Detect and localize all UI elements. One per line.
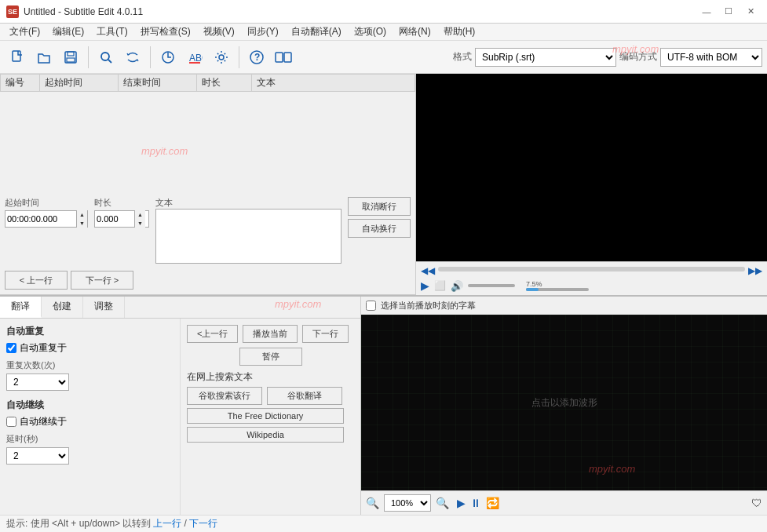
delay-select[interactable]: 2 3 5 — [6, 447, 69, 465]
hint-next-link[interactable]: 下一行 — [189, 518, 217, 529]
duration-up[interactable]: ▲ — [134, 210, 145, 219]
start-time-input[interactable] — [5, 214, 76, 224]
minimize-button[interactable]: — — [696, 4, 717, 20]
svg-point-9 — [219, 55, 224, 60]
free-dictionary-btn[interactable]: The Free Dictionary — [187, 408, 344, 424]
subtitle-table-container[interactable]: 编号 起始时间 结束时间 时长 文本 — [0, 74, 415, 192]
wikipedia-btn[interactable]: Wikipedia — [187, 427, 344, 443]
menu-spellcheck[interactable]: 拼写检查(S) — [134, 24, 197, 40]
menu-autotranslate[interactable]: 自动翻译(A) — [285, 24, 348, 40]
seek-left-icon[interactable]: ◀◀ — [421, 265, 435, 276]
help-button[interactable]: ? — [244, 45, 269, 70]
menu-file[interactable]: 文件(F) — [3, 24, 46, 40]
nav-buttons: < 上一行 下一行 > — [5, 271, 411, 290]
next-line-btn[interactable]: 下一行 > — [71, 271, 133, 290]
next-line-nav-btn[interactable]: 下一行 — [302, 325, 349, 343]
encoding-label: 编码方式 — [619, 50, 657, 64]
cancel-line-break-btn[interactable]: 取消断行 — [348, 197, 411, 216]
stop-button[interactable]: ⬜ — [434, 280, 446, 291]
close-button[interactable]: ✕ — [740, 4, 761, 20]
menu-options[interactable]: 选项(O) — [348, 24, 393, 40]
select-subtitle-checkbox[interactable] — [366, 301, 376, 311]
add-waveform-text[interactable]: 点击以添加波形 — [531, 396, 597, 410]
bottom-section: 翻译 创建 调整 自动重复 自动重复于 重复次数(次) 2 3 4 5 — [0, 295, 767, 515]
seek-bar[interactable] — [438, 267, 745, 271]
start-time-down[interactable]: ▼ — [76, 219, 87, 228]
zoom-in-btn[interactable]: 🔍 — [436, 497, 449, 509]
format-select[interactable]: SubRip (.srt)Advanced SubStation AlphaSu… — [475, 48, 616, 67]
auto-continue-checkbox[interactable] — [6, 417, 16, 427]
toolbar-sep-3 — [239, 46, 239, 68]
menu-help[interactable]: 帮助(H) — [437, 24, 482, 40]
seek-right-icon[interactable]: ▶▶ — [748, 265, 762, 276]
zoom-select[interactable]: 100% 50% 150% 200% — [384, 494, 431, 512]
open-button[interactable] — [31, 45, 57, 70]
translate-nav-area: <上一行 播放当前 下一行 暂停 在网上搜索文本 谷歌搜索该行 谷歌翻译 The… — [181, 319, 360, 515]
visual-sync-button[interactable] — [155, 45, 181, 70]
main-content: 编号 起始时间 结束时间 时长 文本 起始时间 — [0, 74, 767, 295]
video-controls: ◀◀ ▶▶ ▶ ⬜ 🔊 7.5% — [416, 261, 767, 295]
duration-spinbox[interactable]: ▲ ▼ — [94, 210, 149, 228]
tab-create[interactable]: 创建 — [42, 297, 83, 318]
subtitle-textarea[interactable] — [155, 209, 341, 264]
settings-button[interactable] — [209, 45, 234, 70]
pause-btn[interactable]: 暂停 — [239, 348, 302, 366]
duration-input[interactable] — [95, 214, 134, 224]
hint-text: 提示: 使用 <Alt + up/down> 以转到 — [6, 518, 151, 529]
dur-spin-btns: ▲ ▼ — [134, 210, 145, 228]
svg-line-5 — [108, 60, 111, 63]
hint-prev-link[interactable]: 上一行 — [153, 518, 181, 529]
split-button[interactable] — [271, 45, 296, 70]
play-current-btn[interactable]: 播放当前 — [243, 325, 298, 343]
menu-sync[interactable]: 同步(Y) — [241, 24, 285, 40]
svg-rect-0 — [13, 51, 20, 61]
menu-network[interactable]: 网络(N) — [393, 24, 437, 40]
toolbar-sep-2 — [150, 46, 151, 68]
nav-row-1: <上一行 播放当前 下一行 — [187, 325, 354, 343]
tab-adjust[interactable]: 调整 — [83, 297, 125, 318]
zoom-out-btn[interactable]: 🔍 — [366, 497, 379, 509]
find-button[interactable] — [93, 45, 119, 70]
duration-down[interactable]: ▼ — [134, 219, 145, 228]
hint-slash: / — [184, 518, 187, 529]
auto-continue-checkbox-row: 自动继续于 — [6, 415, 173, 428]
hint-bar: 提示: 使用 <Alt + up/down> 以转到 上一行 / 下一行 — [0, 515, 767, 532]
start-time-up[interactable]: ▲ — [76, 210, 87, 219]
menu-edit[interactable]: 编辑(E) — [46, 24, 90, 40]
auto-repeat-checkbox[interactable] — [6, 343, 16, 353]
prev-line-nav-btn[interactable]: <上一行 — [187, 325, 238, 343]
waveform-area[interactable]: 点击以添加波形 — [361, 315, 767, 490]
search-buttons: 谷歌搜索该行 谷歌翻译 The Free Dictionary Wikipedi… — [187, 387, 354, 443]
volume-slider[interactable] — [468, 284, 515, 287]
spellcheck-button[interactable]: ABC — [182, 45, 207, 70]
video-area[interactable] — [416, 74, 767, 261]
start-time-spinbtns: ▲ ▼ — [76, 210, 87, 228]
start-time-spinbox[interactable]: ▲ ▼ — [5, 210, 88, 228]
tab-translate[interactable]: 翻译 — [0, 297, 42, 318]
subtitle-table: 编号 起始时间 结束时间 时长 文本 — [0, 74, 415, 92]
waveform-header: 选择当前播放时刻的字幕 — [361, 297, 767, 315]
repeat-count-select[interactable]: 2 3 4 5 — [6, 373, 69, 391]
waveform-play-btn[interactable]: ▶ — [457, 497, 466, 509]
bookmark-icon[interactable]: 🛡 — [751, 497, 762, 509]
auto-line-break-btn[interactable]: 自动换行 — [348, 219, 411, 238]
save-button[interactable] — [58, 45, 83, 70]
maximize-button[interactable]: ☐ — [718, 4, 739, 20]
waveform-pause-btn[interactable]: ⏸ — [470, 497, 481, 509]
replace-button[interactable] — [120, 45, 145, 70]
title-bar: SE Untitled - Subtitle Edit 4.0.11 — ☐ ✕ — [0, 0, 767, 24]
new-button[interactable] — [5, 45, 30, 70]
encoding-select[interactable]: UTF-8 with BOMUTF-8UnicodeGB2312 — [660, 48, 762, 67]
auto-continue-title: 自动继续 — [6, 399, 173, 412]
menu-video[interactable]: 视频(V) — [197, 24, 241, 40]
menu-tools[interactable]: 工具(T) — [90, 24, 133, 40]
volume-icon[interactable]: 🔊 — [451, 280, 463, 292]
play-button[interactable]: ▶ — [421, 279, 429, 292]
google-search-btn[interactable]: 谷歌搜索该行 — [187, 387, 262, 405]
waveform-repeat-btn[interactable]: 🔁 — [486, 497, 499, 509]
col-header-start: 起始时间 — [40, 75, 119, 92]
bottom-left-panel: 翻译 创建 调整 自动重复 自动重复于 重复次数(次) 2 3 4 5 — [0, 297, 361, 515]
repeat-count-label: 重复次数(次) — [6, 359, 173, 371]
google-translate-btn[interactable]: 谷歌翻译 — [267, 387, 342, 405]
prev-line-btn[interactable]: < 上一行 — [5, 271, 68, 290]
